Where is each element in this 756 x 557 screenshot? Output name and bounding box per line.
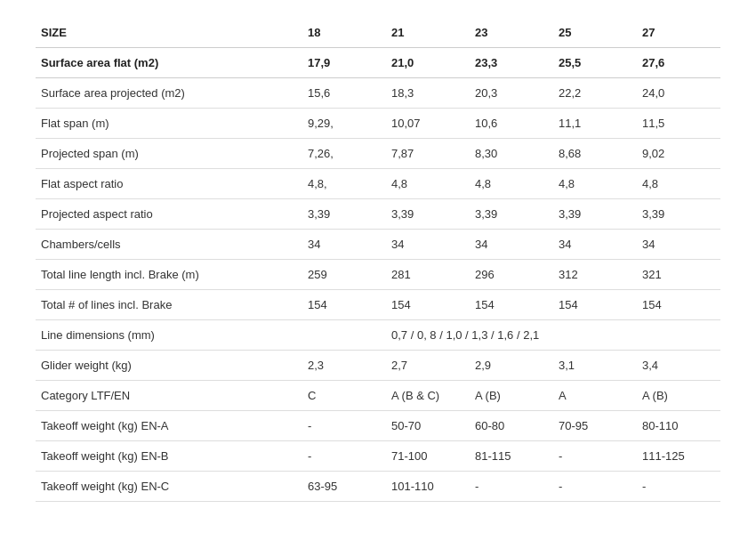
table-row: Chambers/cells3434343434 xyxy=(36,230,720,260)
row-col1: 7,26, xyxy=(302,139,386,169)
row-col5: 80-110 xyxy=(637,411,720,441)
row-col5: 4,8 xyxy=(637,169,720,199)
row-label: Projected span (m) xyxy=(36,139,302,169)
row-col4: 8,68 xyxy=(553,139,637,169)
row-wide-cell: 0,7 / 0, 8 / 1,0 / 1,3 / 1,6 / 2,1 xyxy=(386,320,720,351)
row-col1: 2,3 xyxy=(302,351,386,381)
row-label: Line dimensions (mm) xyxy=(36,320,302,351)
row-label: Chambers/cells xyxy=(36,230,302,260)
header-col4: 25 xyxy=(553,18,637,48)
table-row: Flat aspect ratio4,8,4,84,84,84,8 xyxy=(36,169,720,199)
row-col2: 50-70 xyxy=(386,411,470,441)
row-label: Flat span (m) xyxy=(36,109,302,139)
row-col1: 63-95 xyxy=(302,472,386,502)
table-row: Projected aspect ratio3,393,393,393,393,… xyxy=(36,199,720,230)
header-col2: 21 xyxy=(386,18,470,48)
row-col4: 34 xyxy=(553,230,637,260)
header-row: SIZE 18 21 23 25 27 xyxy=(36,18,720,48)
row-col3: 81-115 xyxy=(470,441,553,472)
row-col5: 321 xyxy=(637,260,720,290)
row-col4: 22,2 xyxy=(553,78,637,109)
row-col1: - xyxy=(302,411,386,441)
row-label: Projected aspect ratio xyxy=(36,199,302,230)
row-col1: 259 xyxy=(302,260,386,290)
row-col3: 296 xyxy=(470,260,553,290)
row-col3: A (B) xyxy=(470,381,553,411)
row-col4: 4,8 xyxy=(553,169,637,199)
table-row: Takeoff weight (kg) EN-B-71-10081-115-11… xyxy=(36,441,720,472)
row-col3: 10,6 xyxy=(470,109,553,139)
row-col2: A (B & C) xyxy=(386,381,470,411)
row-label: Category LTF/EN xyxy=(36,381,302,411)
row-col4: 154 xyxy=(553,290,637,320)
row-col4: 70-95 xyxy=(553,411,637,441)
row-label: Total # of lines incl. Brake xyxy=(36,290,302,320)
table-row: Surface area projected (m2)15,618,320,32… xyxy=(36,78,720,109)
row-col4: - xyxy=(553,441,637,472)
row-col3: 60-80 xyxy=(470,411,553,441)
row-label: Takeoff weight (kg) EN-C xyxy=(36,472,302,502)
header-col1: 18 xyxy=(302,18,386,48)
specs-table: SIZE 18 21 23 25 27 Surface area flat (m… xyxy=(36,18,720,502)
row-col4: 312 xyxy=(553,260,637,290)
table-row: Takeoff weight (kg) EN-A-50-7060-8070-95… xyxy=(36,411,720,441)
row-label: Surface area projected (m2) xyxy=(36,78,302,109)
row-col5: 154 xyxy=(637,290,720,320)
row-col4: 3,39 xyxy=(553,199,637,230)
row-col5: 111-125 xyxy=(637,441,720,472)
row-col2: 3,39 xyxy=(386,199,470,230)
row-col2: 154 xyxy=(386,290,470,320)
row-label: Takeoff weight (kg) EN-B xyxy=(36,441,302,472)
table-row: Total line length incl. Brake (m)2592812… xyxy=(36,260,720,290)
row-col2: 2,7 xyxy=(386,351,470,381)
header-col5: 27 xyxy=(637,18,720,48)
header-col3: 23 xyxy=(470,18,553,48)
row-col1: 34 xyxy=(302,230,386,260)
row-col2: 101-110 xyxy=(386,472,470,502)
row-col3: - xyxy=(470,472,553,502)
row-col1: C xyxy=(302,381,386,411)
row-col3: 23,3 xyxy=(470,48,553,78)
row-col5: - xyxy=(637,472,720,502)
row-col1: 3,39 xyxy=(302,199,386,230)
row-col4: 25,5 xyxy=(553,48,637,78)
row-col2: 71-100 xyxy=(386,441,470,472)
row-col1: 17,9 xyxy=(302,48,386,78)
row-col5: A (B) xyxy=(637,381,720,411)
row-col4: - xyxy=(553,472,637,502)
row-col2: 281 xyxy=(386,260,470,290)
row-col5: 24,0 xyxy=(637,78,720,109)
row-col2: 18,3 xyxy=(386,78,470,109)
row-col2: 7,87 xyxy=(386,139,470,169)
row-label: Surface area flat (m2) xyxy=(36,48,302,78)
row-col5: 34 xyxy=(637,230,720,260)
row-col5: 9,02 xyxy=(637,139,720,169)
row-col2: 34 xyxy=(386,230,470,260)
row-label: Glider weight (kg) xyxy=(36,351,302,381)
table-row: Category LTF/ENCA (B & C)A (B)AA (B) xyxy=(36,381,720,411)
row-col3: 3,39 xyxy=(470,199,553,230)
row-col1 xyxy=(302,320,386,351)
table-row: Glider weight (kg)2,32,72,93,13,4 xyxy=(36,351,720,381)
row-col1: 4,8, xyxy=(302,169,386,199)
row-col4: 3,1 xyxy=(553,351,637,381)
row-col5: 27,6 xyxy=(637,48,720,78)
row-col2: 21,0 xyxy=(386,48,470,78)
row-col1: 154 xyxy=(302,290,386,320)
row-col5: 3,39 xyxy=(637,199,720,230)
row-col3: 154 xyxy=(470,290,553,320)
table-row: Takeoff weight (kg) EN-C63-95101-110--- xyxy=(36,472,720,502)
row-col3: 2,9 xyxy=(470,351,553,381)
table-row: Line dimensions (mm)0,7 / 0, 8 / 1,0 / 1… xyxy=(36,320,720,351)
row-col1: 9,29, xyxy=(302,109,386,139)
header-label: SIZE xyxy=(36,18,302,48)
row-col4: 11,1 xyxy=(553,109,637,139)
row-label: Flat aspect ratio xyxy=(36,169,302,199)
row-col2: 4,8 xyxy=(386,169,470,199)
row-col1: 15,6 xyxy=(302,78,386,109)
row-col4: A xyxy=(553,381,637,411)
row-col2: 10,07 xyxy=(386,109,470,139)
row-col5: 3,4 xyxy=(637,351,720,381)
table-row: Projected span (m)7,26,7,878,308,689,02 xyxy=(36,139,720,169)
row-col3: 20,3 xyxy=(470,78,553,109)
